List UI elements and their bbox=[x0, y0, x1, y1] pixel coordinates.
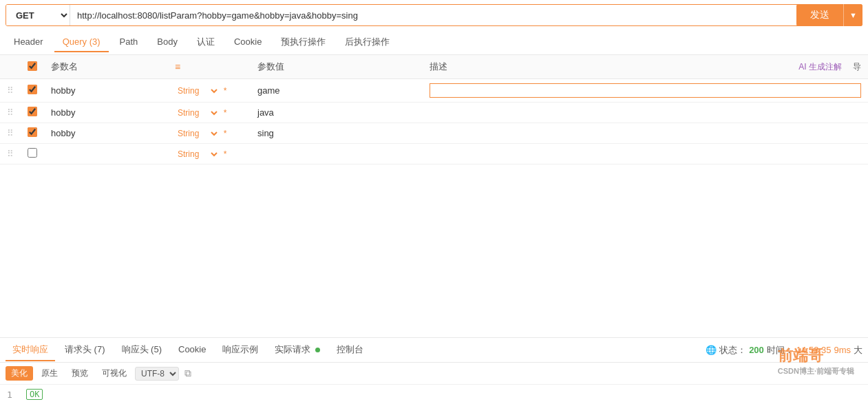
header-actions: AI 生成注解 导 bbox=[798, 61, 861, 73]
row4-param-name bbox=[44, 144, 168, 164]
drag-handle[interactable]: ⠿ bbox=[0, 144, 21, 164]
tab-pre-action[interactable]: 预执行操作 bbox=[273, 32, 334, 54]
equals-icon: ≡ bbox=[175, 61, 180, 72]
row3-required-star: * bbox=[224, 129, 227, 138]
row4-type-cell: String Integer Boolean * bbox=[168, 144, 251, 164]
row4-param-value bbox=[251, 144, 423, 164]
query-table: 参数名 ≡ 参数值 描述 AI 生成注解 导 bbox=[0, 55, 868, 164]
row2-type-select[interactable]: String Integer Boolean bbox=[175, 107, 220, 118]
th-drag bbox=[0, 55, 21, 79]
th-description: 描述 AI 生成注解 导 bbox=[423, 55, 868, 79]
row1-type-select[interactable]: String Integer Boolean bbox=[175, 85, 220, 96]
th-param-value: 参数值 bbox=[251, 55, 423, 79]
row4-check-cell bbox=[21, 144, 44, 164]
row1-required-star: * bbox=[224, 86, 227, 96]
tab-header[interactable]: Header bbox=[6, 32, 52, 52]
row3-desc-cell bbox=[423, 123, 868, 144]
select-all-checkbox[interactable] bbox=[28, 61, 37, 71]
drag-handle[interactable]: ⠿ bbox=[0, 79, 21, 103]
th-equals: ≡ bbox=[168, 55, 251, 79]
url-input[interactable] bbox=[70, 5, 806, 25]
th-param-name: 参数名 bbox=[44, 55, 168, 79]
url-bar: GET POST PUT DELETE http/1.1 http/2 bbox=[6, 4, 862, 26]
row2-param-name: hobby bbox=[44, 103, 168, 123]
tab-body[interactable]: Body bbox=[149, 32, 186, 52]
row2-type-cell: String Integer Boolean * bbox=[168, 103, 251, 123]
desc-label: 描述 bbox=[430, 61, 447, 73]
row3-type-cell: String Integer Boolean * bbox=[168, 123, 251, 144]
export-button[interactable]: 导 bbox=[853, 61, 861, 73]
drag-handle[interactable]: ⠿ bbox=[0, 103, 21, 123]
tab-query[interactable]: Query (3) bbox=[54, 32, 109, 52]
row1-desc-input[interactable] bbox=[430, 83, 861, 98]
row4-required-star: * bbox=[224, 149, 227, 159]
row2-check-cell bbox=[21, 103, 44, 123]
table-row: ⠿ hobby String Integer Boolean * game bbox=[0, 79, 868, 103]
table-row: ⠿ String Integer Boolean * bbox=[0, 144, 868, 164]
request-tabs-bar: Header Query (3) Path Body 认证 Cookie 预执行… bbox=[0, 30, 868, 55]
ai-annotate-button[interactable]: AI 生成注解 bbox=[798, 61, 842, 73]
row3-type-select[interactable]: String Integer Boolean bbox=[175, 128, 220, 139]
row1-checkbox[interactable] bbox=[28, 85, 37, 94]
th-check bbox=[21, 55, 44, 79]
method-select[interactable]: GET POST PUT DELETE bbox=[6, 5, 70, 25]
row1-param-value: game bbox=[251, 79, 423, 103]
row2-checkbox[interactable] bbox=[28, 107, 37, 116]
row3-param-value: sing bbox=[251, 123, 423, 144]
query-section: 参数名 ≡ 参数值 描述 AI 生成注解 导 bbox=[0, 55, 868, 170]
table-row: ⠿ hobby String Integer Boolean * sing bbox=[0, 123, 868, 144]
row1-type-cell: String Integer Boolean * bbox=[168, 79, 251, 103]
send-button[interactable]: 发送 bbox=[796, 4, 843, 26]
row2-desc-cell bbox=[423, 103, 868, 123]
send-group: 发送 ▼ bbox=[796, 4, 862, 26]
tab-auth[interactable]: 认证 bbox=[189, 32, 223, 54]
tab-path[interactable]: Path bbox=[112, 32, 147, 52]
tab-cookie[interactable]: Cookie bbox=[226, 32, 270, 52]
row1-param-name: hobby bbox=[44, 79, 168, 103]
tab-post-action[interactable]: 后执行操作 bbox=[337, 32, 398, 54]
send-dropdown-button[interactable]: ▼ bbox=[843, 4, 862, 26]
row2-required-star: * bbox=[224, 108, 227, 118]
row1-check-cell bbox=[21, 79, 44, 103]
row3-param-name: hobby bbox=[44, 123, 168, 144]
row4-type-select[interactable]: String Integer Boolean bbox=[175, 149, 220, 160]
row2-param-value: java bbox=[251, 103, 423, 123]
table-row: ⠿ hobby String Integer Boolean * java bbox=[0, 103, 868, 123]
row1-desc-cell bbox=[423, 79, 868, 103]
row3-checkbox[interactable] bbox=[28, 127, 37, 137]
row3-check-cell bbox=[21, 123, 44, 144]
row4-desc-cell bbox=[423, 144, 868, 164]
drag-handle[interactable]: ⠿ bbox=[0, 123, 21, 144]
row4-checkbox[interactable] bbox=[28, 148, 37, 158]
